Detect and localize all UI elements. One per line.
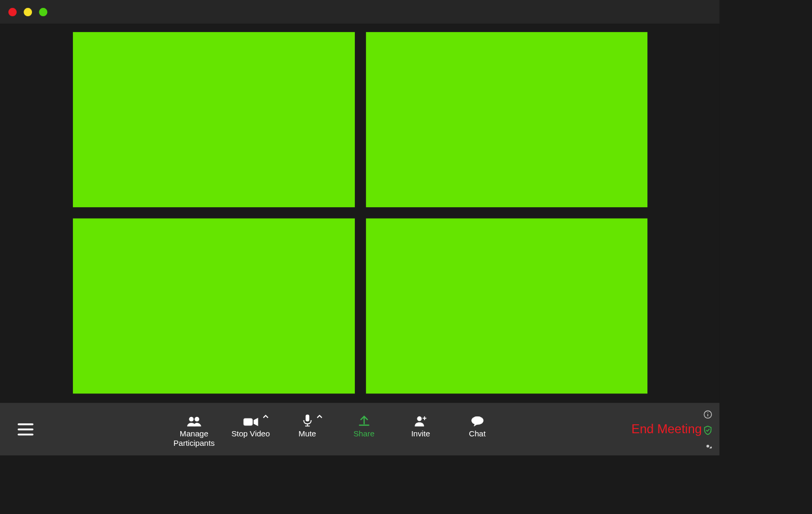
chevron-up-icon[interactable] — [263, 414, 268, 419]
window-zoom-button[interactable] — [39, 8, 47, 16]
share-button[interactable]: Share — [339, 413, 389, 438]
info-icon[interactable] — [703, 410, 712, 419]
manage-participants-label-2: Participants — [174, 438, 215, 447]
video-tile[interactable] — [366, 218, 647, 393]
svg-point-6 — [417, 416, 421, 421]
svg-point-1 — [194, 417, 199, 422]
video-tile[interactable] — [73, 32, 354, 207]
svg-point-9 — [471, 416, 483, 425]
chat-bubble-icon — [471, 416, 484, 426]
svg-rect-5 — [305, 426, 310, 427]
toolbar: Manage Participants — [0, 403, 719, 455]
end-meeting-button[interactable]: End Meeting — [620, 422, 713, 436]
window-close-button[interactable] — [8, 8, 17, 16]
side-icons — [703, 410, 712, 451]
video-area — [0, 24, 719, 402]
svg-rect-2 — [243, 418, 253, 425]
hamburger-icon — [18, 423, 34, 435]
svg-rect-3 — [306, 414, 309, 421]
gear-icon[interactable] — [703, 442, 712, 451]
chevron-up-icon[interactable] — [317, 414, 322, 419]
titlebar — [0, 0, 719, 24]
invite-button[interactable]: Invite — [396, 413, 446, 438]
svg-point-12 — [708, 412, 708, 413]
chat-button[interactable]: Chat — [452, 413, 503, 438]
mute-button[interactable]: Mute — [282, 413, 332, 438]
video-tile[interactable] — [73, 218, 354, 393]
chat-label: Chat — [469, 430, 486, 438]
manage-participants-label-1: Manage — [174, 430, 215, 438]
stop-video-label: Stop Video — [231, 430, 269, 438]
invite-person-plus-icon — [414, 415, 428, 426]
share-label: Share — [353, 430, 374, 438]
share-up-arrow-icon — [358, 415, 370, 426]
toolbar-controls: Manage Participants — [51, 411, 620, 447]
svg-point-0 — [189, 417, 193, 422]
participants-icon — [186, 416, 202, 426]
video-tile[interactable] — [366, 32, 647, 207]
shield-check-icon[interactable] — [703, 426, 712, 435]
mute-label: Mute — [299, 430, 316, 438]
invite-label: Invite — [411, 430, 430, 438]
video-camera-icon — [243, 417, 258, 427]
menu-button[interactable] — [0, 423, 51, 435]
window-minimize-button[interactable] — [24, 8, 32, 16]
video-grid — [73, 32, 647, 393]
stop-video-button[interactable]: Stop Video — [225, 413, 276, 438]
svg-rect-8 — [423, 417, 426, 419]
manage-participants-button[interactable]: Manage Participants — [169, 413, 219, 448]
microphone-icon — [302, 414, 312, 426]
